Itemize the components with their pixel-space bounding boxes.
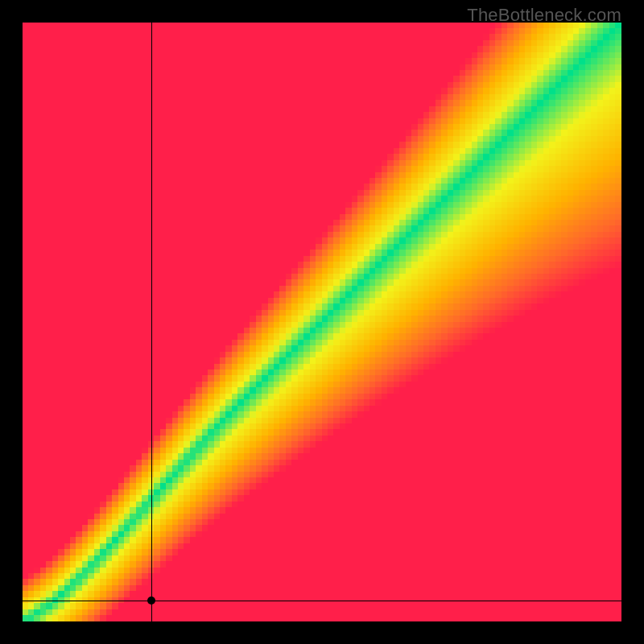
crosshair-point <box>147 597 155 605</box>
heatmap-canvas <box>23 23 621 621</box>
crosshair-horizontal <box>23 601 621 602</box>
chart-frame: TheBottleneck.com <box>0 0 644 644</box>
watermark-text: TheBottleneck.com <box>467 5 621 26</box>
crosshair-vertical <box>151 23 153 621</box>
